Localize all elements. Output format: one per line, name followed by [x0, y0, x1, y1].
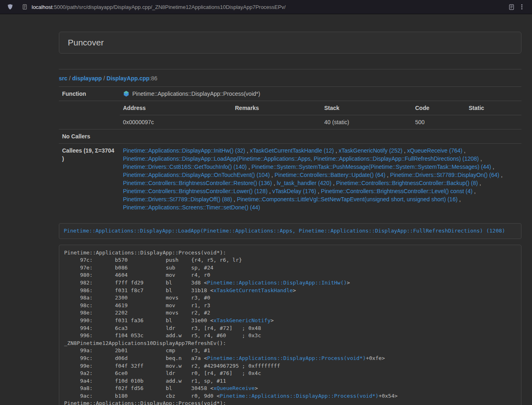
- callee-link[interactable]: Pinetime::Components::LittleVgl::SetNewT…: [237, 196, 458, 202]
- callee-separator: ,: [491, 164, 494, 170]
- callee-link[interactable]: Pinetime::System::SystemTask::PushMessag…: [252, 164, 491, 170]
- callee-separator: ,: [247, 164, 252, 170]
- callee-separator: ,: [332, 180, 336, 186]
- callee-separator: ,: [245, 147, 250, 154]
- stats-header-row: Address Remarks Stack Code Static: [120, 101, 521, 115]
- callee-link[interactable]: xTaskGetCurrentTaskHandle (12): [250, 147, 334, 154]
- shield-icon[interactable]: [5, 2, 15, 12]
- stats-row: Address Remarks Stack Code Static 0x0000…: [59, 101, 521, 129]
- callee-link[interactable]: Pinetime::Drivers::St7789::DisplayOff() …: [123, 196, 232, 202]
- column-header-static: Static: [465, 101, 521, 115]
- code-symbol-link[interactable]: Pinetime::Applications::DisplayApp::Proc…: [220, 393, 379, 399]
- column-header-remarks: Remarks: [232, 101, 321, 115]
- callee-separator: ,: [479, 155, 482, 162]
- browser-toolbar: localhost:5000/path/src/displayapp/Displ…: [0, 0, 532, 14]
- callee-separator: ,: [272, 180, 277, 186]
- url-text: localhost:5000/path/src/displayapp/Displ…: [32, 4, 286, 10]
- callees-label: Callees (19, Σ=3704 ): [59, 144, 120, 215]
- function-label: Function: [59, 87, 120, 101]
- callee-separator: ,: [500, 172, 503, 178]
- column-header-address: Address: [120, 101, 232, 115]
- breadcrumb-link-file[interactable]: DisplayApp.cpp: [107, 75, 150, 82]
- selected-callee-link[interactable]: Pinetime::Applications::DisplayApp::Load…: [64, 228, 505, 234]
- no-callers-label: No Callers: [59, 129, 120, 144]
- code-symbol-link[interactable]: xQueueReceive: [213, 385, 255, 391]
- url-host: localhost: [32, 4, 52, 10]
- callee-link[interactable]: Pinetime::Drivers::St7789::DisplayOn() (…: [390, 172, 499, 178]
- stats-value-row: 0x0000097c 40 (static) 500: [120, 115, 521, 129]
- code-symbol-link[interactable]: xTaskGenericNotify: [213, 317, 271, 323]
- callee-separator: ,: [316, 188, 321, 194]
- callee-link[interactable]: Pinetime::Controllers::BrightnessControl…: [123, 188, 267, 194]
- code-symbol-link[interactable]: xTaskGetCurrentTaskHandle: [213, 287, 293, 293]
- selected-callee-panel: Pinetime::Applications::DisplayApp::Load…: [59, 223, 521, 239]
- url-bar[interactable]: localhost:5000/path/src/displayapp/Displ…: [19, 1, 503, 13]
- disassembly-panel: Pinetime::Applications::DisplayApp::Proc…: [59, 245, 521, 405]
- column-header-code: Code: [412, 101, 465, 115]
- callee-link[interactable]: Pinetime::Controllers::BrightnessControl…: [321, 188, 472, 194]
- code-size-value: 500: [412, 115, 465, 129]
- divider: [59, 69, 521, 69]
- page-title: Puncover: [68, 38, 513, 47]
- callee-link[interactable]: Pinetime::Controllers::BrightnessControl…: [336, 180, 478, 186]
- callee-separator: ,: [472, 188, 476, 194]
- callee-link[interactable]: Pinetime::Applications::DisplayApp::Init…: [123, 147, 245, 154]
- callee-link[interactable]: Pinetime::Applications::DisplayApp::OnTo…: [123, 172, 270, 178]
- breadcrumb-separator: /: [67, 75, 72, 82]
- stats-table: Address Remarks Stack Code Static 0x0000…: [120, 101, 521, 129]
- callees-list: Pinetime::Applications::DisplayApp::Init…: [120, 144, 521, 215]
- callee-separator: ,: [462, 147, 465, 154]
- site-identity-icon[interactable]: [21, 3, 28, 11]
- callee-link[interactable]: Pinetime::Applications::DisplayApp::Load…: [123, 155, 479, 162]
- callee-link[interactable]: Pinetime::Controllers::Battery::Update()…: [275, 172, 386, 178]
- callee-separator: ,: [267, 188, 272, 194]
- function-table: Function Pinetime::Applications::Display…: [59, 86, 521, 214]
- function-name-cell: Pinetime::Applications::DisplayApp::Proc…: [120, 87, 521, 101]
- callee-link[interactable]: Pinetime::Drivers::Cst816S::GetTouchInfo…: [123, 164, 247, 170]
- callee-link[interactable]: xTaskGenericNotify (252): [338, 147, 402, 154]
- menu-kebab-icon[interactable]: [517, 2, 527, 12]
- static-value: [465, 115, 521, 129]
- function-row: Function Pinetime::Applications::Display…: [59, 87, 521, 101]
- callee-link[interactable]: vTaskDelay (176): [272, 188, 316, 194]
- breadcrumb: src / displayapp / DisplayApp.cpp:86: [59, 75, 521, 82]
- callee-link[interactable]: lv_task_handler (420): [277, 180, 332, 186]
- stats-row-label: [59, 101, 120, 129]
- page-container: Puncover src / displayapp / DisplayApp.c…: [59, 32, 521, 405]
- function-icon: [123, 90, 129, 97]
- breadcrumb-link-displayapp[interactable]: displayapp: [72, 75, 102, 82]
- column-header-stack: Stack: [321, 101, 412, 115]
- callers-cell: [120, 129, 521, 144]
- app-header-panel: Puncover: [59, 32, 521, 54]
- callee-separator: ,: [232, 196, 237, 202]
- callee-separator: ,: [403, 147, 407, 154]
- callee-separator: ,: [478, 180, 481, 186]
- breadcrumb-link-src[interactable]: src: [59, 75, 67, 82]
- callee-link[interactable]: Pinetime::Controllers::BrightnessControl…: [123, 180, 272, 186]
- callers-row: No Callers: [59, 129, 521, 144]
- callee-link[interactable]: xQueueReceive (764): [407, 147, 462, 154]
- reader-mode-icon[interactable]: [506, 2, 517, 12]
- callee-separator: ,: [386, 172, 390, 178]
- breadcrumb-line-number: :86: [149, 75, 157, 82]
- url-path: :5000/path/src/displayapp/DisplayApp.cpp…: [52, 4, 286, 10]
- remarks-value: [232, 115, 321, 129]
- stack-value: 40 (static): [321, 115, 412, 129]
- breadcrumb-separator: /: [102, 75, 107, 82]
- code-symbol-link[interactable]: Pinetime::Applications::DisplayApp::Proc…: [207, 355, 366, 361]
- callee-separator: ,: [334, 147, 339, 154]
- callee-separator: ,: [270, 172, 275, 178]
- code-symbol-link[interactable]: Pinetime::Applications::DisplayApp::Init…: [207, 280, 347, 286]
- function-name: Pinetime::Applications::DisplayApp::Proc…: [132, 90, 260, 97]
- callees-row: Callees (19, Σ=3704 ) Pinetime::Applicat…: [59, 144, 521, 215]
- callee-link[interactable]: Pinetime::Applications::Screens::Timer::…: [123, 204, 260, 211]
- stats-cell: Address Remarks Stack Code Static 0x0000…: [120, 101, 521, 129]
- address-value: 0x0000097c: [120, 115, 232, 129]
- callee-separator: ,: [458, 196, 461, 202]
